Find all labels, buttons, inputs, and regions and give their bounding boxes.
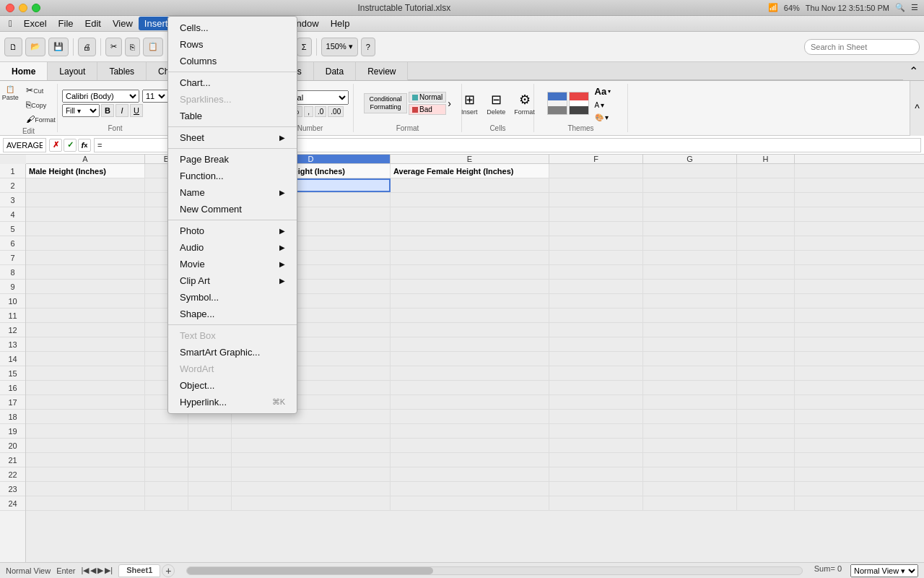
cell-reference-input[interactable]	[3, 138, 46, 152]
delete-cells-button[interactable]: ⊟ Delete	[484, 90, 508, 117]
accept-formula-button[interactable]: ✓	[64, 139, 77, 152]
cancel-formula-button[interactable]: ✗	[49, 139, 62, 152]
menu-item-hyperlink[interactable]: Hyperlink... ⌘K	[168, 394, 297, 410]
cell-h2[interactable]	[737, 178, 795, 192]
prev-sheet-button[interactable]: ◀	[90, 566, 96, 575]
next-sheet-button[interactable]: ▶	[97, 566, 103, 575]
menu-item-cells[interactable]: Cells...	[168, 20, 297, 36]
menu-excel[interactable]: Excel	[18, 17, 53, 30]
insert-function-button[interactable]: fx	[78, 139, 91, 152]
menu-help[interactable]: Help	[325, 17, 356, 30]
open-button[interactable]: 📂	[25, 38, 45, 56]
cell-e1[interactable]: Average Female Height (Inches)	[391, 164, 549, 178]
copy-button[interactable]: ⎘	[125, 38, 140, 56]
font-family-select[interactable]: Calibri (Body)	[62, 90, 139, 103]
cell-e3[interactable]	[391, 193, 549, 207]
menu-item-function[interactable]: Function...	[168, 168, 297, 184]
sum-button[interactable]: Σ	[297, 38, 312, 56]
menu-item-sheet[interactable]: Sheet ▶	[168, 129, 297, 146]
decrease-decimal-button[interactable]: .00	[328, 106, 344, 117]
font-theme-button[interactable]: A ▾	[592, 100, 615, 111]
cell-f2[interactable]	[549, 178, 643, 192]
paste-button[interactable]: 📋	[143, 38, 163, 56]
cell-e2[interactable]	[391, 178, 549, 192]
row-header-1[interactable]: 1	[0, 164, 25, 178]
menu-view[interactable]: View	[107, 17, 139, 30]
new-workbook-button[interactable]: 🗋	[4, 38, 22, 56]
collapse-ribbon-arrow[interactable]: ^	[910, 81, 924, 136]
cell-a1[interactable]: Male Height (Inches)	[26, 164, 145, 178]
insert-cells-button[interactable]: ⊞ Insert	[458, 90, 481, 117]
row-header-24[interactable]: 24	[0, 496, 25, 511]
theme-swatch-2[interactable]	[569, 92, 589, 115]
row-header-3[interactable]: 3	[0, 193, 25, 207]
cut-ribbon-button[interactable]: ✂ Cut	[23, 84, 58, 97]
menu-item-new-comment[interactable]: New Comment	[168, 201, 297, 217]
row-header-15[interactable]: 15	[0, 366, 25, 381]
row-header-17[interactable]: 17	[0, 395, 25, 410]
search-icon[interactable]: 🔍	[895, 3, 905, 12]
normal-style-button[interactable]: Normal	[409, 92, 446, 103]
cell-e4[interactable]	[391, 207, 549, 221]
menu-item-clip-art[interactable]: Clip Art ▶	[168, 272, 297, 289]
collapse-ribbon-button[interactable]: ⌃	[903, 63, 924, 79]
save-button[interactable]: 💾	[48, 38, 69, 56]
cell-h1[interactable]	[737, 164, 795, 178]
print-button[interactable]: 🖨	[78, 38, 96, 56]
row-header-6[interactable]: 6	[0, 236, 25, 251]
close-button[interactable]	[6, 4, 14, 12]
col-header-f[interactable]: F	[549, 155, 643, 163]
tab-tables[interactable]: Tables	[97, 62, 147, 80]
menu-item-table[interactable]: Table	[168, 108, 297, 124]
underline-button[interactable]: U	[130, 104, 143, 117]
font-size-select[interactable]: 11	[142, 90, 168, 103]
menu-item-chart[interactable]: Chart...	[168, 74, 297, 91]
sheet-tab-1[interactable]: Sheet1	[118, 564, 160, 577]
minimize-button[interactable]	[19, 4, 27, 12]
first-sheet-button[interactable]: |◀	[81, 566, 89, 575]
menu-item-symbol[interactable]: Symbol...	[168, 289, 297, 306]
row-header-7[interactable]: 7	[0, 251, 25, 265]
menu-item-shape[interactable]: Shape...	[168, 306, 297, 322]
menu-item-page-break[interactable]: Page Break	[168, 151, 297, 168]
col-header-a[interactable]: A	[26, 155, 145, 163]
tab-layout[interactable]: Layout	[48, 62, 97, 80]
comma-button[interactable]: ,	[304, 106, 313, 117]
tab-review[interactable]: Review	[356, 62, 408, 80]
row-header-18[interactable]: 18	[0, 410, 25, 424]
row-header-5[interactable]: 5	[0, 222, 25, 236]
bold-button[interactable]: B	[101, 104, 114, 117]
row-header-14[interactable]: 14	[0, 352, 25, 366]
bad-style-button[interactable]: Bad	[409, 104, 446, 115]
col-header-h[interactable]: H	[737, 155, 795, 163]
row-header-8[interactable]: 8	[0, 265, 25, 280]
scrollbar-thumb[interactable]	[187, 567, 433, 574]
cut-button[interactable]: ✂	[105, 38, 122, 56]
format-painter-button[interactable]: 🖌 Format	[23, 113, 58, 126]
tab-data[interactable]: Data	[314, 62, 356, 80]
search-sheet-input[interactable]	[804, 39, 920, 55]
row-header-19[interactable]: 19	[0, 424, 25, 439]
cell-h3[interactable]	[737, 193, 795, 207]
cell-g1[interactable]	[643, 164, 737, 178]
themes-dropdown-button[interactable]: Aa ▾	[592, 85, 615, 98]
col-header-e[interactable]: E	[391, 155, 549, 163]
menu-item-columns[interactable]: Columns	[168, 53, 297, 69]
paste-ribbon-button[interactable]: 📋 Paste	[0, 84, 22, 126]
row-header-12[interactable]: 12	[0, 323, 25, 337]
cell-a3[interactable]	[26, 193, 145, 207]
row-header-10[interactable]: 10	[0, 294, 25, 309]
cell-g3[interactable]	[643, 193, 737, 207]
more-styles-button[interactable]: ›	[448, 98, 451, 109]
row-header-20[interactable]: 20	[0, 439, 25, 453]
help-button[interactable]: ?	[361, 38, 375, 56]
zoom-select[interactable]: Normal View ▾	[850, 564, 918, 577]
increase-decimal-button[interactable]: .0	[315, 106, 326, 117]
cell-f3[interactable]	[549, 193, 643, 207]
col-header-g[interactable]: G	[643, 155, 737, 163]
row-header-2[interactable]: 2	[0, 178, 25, 193]
cell-g2[interactable]	[643, 178, 737, 192]
menu-item-audio[interactable]: Audio ▶	[168, 239, 297, 256]
menu-item-rows[interactable]: Rows	[168, 36, 297, 53]
row-header-4[interactable]: 4	[0, 207, 25, 222]
